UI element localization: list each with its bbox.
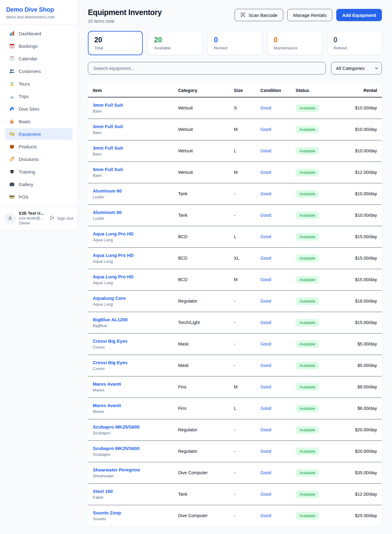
item-name-link[interactable]: Mares Avanti xyxy=(93,381,168,387)
stat-label: Total xyxy=(94,46,136,50)
item-category: Mask xyxy=(173,355,229,376)
sidebar-item-trips[interactable]: Trips xyxy=(5,90,73,102)
item-name-link[interactable]: Cressi Big Eyes xyxy=(93,360,168,365)
item-name-link[interactable]: Aluminum 80 xyxy=(93,210,168,215)
item-size: M xyxy=(229,376,255,398)
table-row: 3mm Full SuitBareWetsuitLGoodAvailable$1… xyxy=(88,140,382,162)
table-row: Cressi Big EyesCressiMask-GoodAvailable$… xyxy=(88,333,382,355)
status-badge: Available xyxy=(296,362,319,369)
status-badge: Available xyxy=(296,212,319,219)
item-condition-link[interactable]: Good xyxy=(260,277,271,282)
item-name-link[interactable]: Aqualung Core xyxy=(93,296,168,301)
status-badge: Available xyxy=(296,319,319,326)
sidebar-item-dive-sites[interactable]: Dive Sites xyxy=(5,103,73,115)
item-rental-price: $15.00/day xyxy=(335,269,382,290)
item-condition-link[interactable]: Good xyxy=(260,470,271,475)
stat-card-maintenance[interactable]: 0Maintenance xyxy=(267,31,322,55)
item-name-link[interactable]: Aluminum 80 xyxy=(93,188,168,193)
item-name-link[interactable]: Mares Avanti xyxy=(93,403,168,408)
item-condition-link[interactable]: Good xyxy=(260,513,271,518)
item-condition-link[interactable]: Good xyxy=(260,320,271,325)
item-category: Wetsuit xyxy=(173,162,229,183)
item-size: - xyxy=(229,355,255,376)
sidebar-item-training[interactable]: Training xyxy=(5,166,73,177)
item-condition-link[interactable]: Good xyxy=(260,105,271,110)
item-condition-link[interactable]: Good xyxy=(260,191,271,196)
sidebar-item-discounts[interactable]: Discounts xyxy=(5,153,73,165)
item-name-link[interactable]: Steel 100 xyxy=(93,489,168,494)
item-brand: Aqua Lung xyxy=(93,280,168,285)
stat-card-available[interactable]: 20Available xyxy=(148,31,202,55)
item-name-link[interactable]: Scubapro MK25/S600 xyxy=(93,424,168,429)
item-name-link[interactable]: BigBlue AL1200 xyxy=(93,317,168,322)
stat-card-retired[interactable]: 0Retired xyxy=(327,31,382,55)
item-rental-price: $10.00/day xyxy=(335,97,382,119)
item-rental-price: $10.00/day xyxy=(335,140,382,162)
sidebar-item-dashboard[interactable]: Dashboard xyxy=(5,28,73,39)
item-rental-price: $8.00/day xyxy=(335,376,382,398)
item-condition-link[interactable]: Good xyxy=(260,427,271,432)
item-name-link[interactable]: Cressi Big Eyes xyxy=(93,338,168,344)
sidebar-item-gallery[interactable]: Gallery xyxy=(5,178,73,190)
table-row: Aqua Lung Pro HDAqua LungBCDXLGoodAvaila… xyxy=(88,247,382,269)
stat-card-rented[interactable]: 0Rented xyxy=(207,31,262,55)
item-condition-link[interactable]: Good xyxy=(260,363,271,368)
sidebar-item-equipment[interactable]: Equipment xyxy=(5,128,73,140)
table-row: Shearwater PeregrineShearwaterDive Compu… xyxy=(88,462,382,483)
item-condition-link[interactable]: Good xyxy=(260,256,271,261)
manage-rentals-button[interactable]: Manage Rentals xyxy=(287,9,332,21)
scan-barcode-button[interactable]: Scan Barcode xyxy=(235,9,283,21)
add-equipment-button[interactable]: Add Equipment xyxy=(336,9,382,21)
sidebar-item-products[interactable]: Products xyxy=(5,141,73,152)
sidebar-item-customers[interactable]: Customers xyxy=(5,65,73,77)
status-badge: Available xyxy=(296,169,319,176)
column-header-rental: Rental xyxy=(335,83,382,97)
category-select[interactable]: All Categories xyxy=(331,62,382,74)
stat-card-total[interactable]: 20Total xyxy=(88,31,143,55)
item-size: - xyxy=(229,183,255,204)
item-name-link[interactable]: 3mm Full Suit xyxy=(93,124,168,129)
item-condition-link[interactable]: Good xyxy=(260,170,271,175)
item-name-link[interactable]: Suunto Zoop xyxy=(93,510,168,515)
stat-value: 0 xyxy=(274,36,316,44)
item-name-link[interactable]: Aqua Lung Pro HD xyxy=(93,231,168,236)
sidebar-item-boats[interactable]: Boats xyxy=(5,116,73,127)
page-title: Equipment Inventory xyxy=(88,8,162,17)
item-name-link[interactable]: Shearwater Peregrine xyxy=(93,467,168,472)
item-condition-link[interactable]: Good xyxy=(260,406,271,411)
item-condition-link[interactable]: Good xyxy=(260,127,271,132)
item-rental-price: $20.00/day xyxy=(335,419,382,441)
sidebar-item-calendar[interactable]: Calendar xyxy=(5,53,73,64)
item-size: L xyxy=(229,398,255,419)
item-condition-link[interactable]: Good xyxy=(260,341,271,346)
item-condition-link[interactable]: Good xyxy=(260,213,271,218)
item-name-link[interactable]: Aqua Lung Pro HD xyxy=(93,274,168,279)
item-rental-price: $35.00/day xyxy=(335,462,382,483)
item-condition-link[interactable]: Good xyxy=(260,492,271,497)
item-rental-price: $5.00/day xyxy=(335,355,382,376)
item-category: Regulator xyxy=(173,290,229,312)
item-condition-link[interactable]: Good xyxy=(260,148,271,153)
stat-value: 0 xyxy=(214,36,256,44)
brand-domain: demo.test.divestreams.com xyxy=(6,15,71,19)
item-condition-link[interactable]: Good xyxy=(260,449,271,454)
item-name-link[interactable]: 5mm Full Suit xyxy=(93,167,168,172)
sidebar-item-bookings[interactable]: 17Bookings xyxy=(5,40,73,52)
stat-value: 20 xyxy=(94,36,136,44)
sidebar-item-tours[interactable]: Tours xyxy=(5,78,73,90)
sidebar-item-label: Calendar xyxy=(19,56,37,61)
column-header-size: Size xyxy=(229,83,255,97)
item-name-link[interactable]: 3mm Full Suit xyxy=(93,102,168,108)
search-input[interactable] xyxy=(88,62,326,74)
item-condition-link[interactable]: Good xyxy=(260,234,271,239)
item-name-link[interactable]: Scubapro MK25/S600 xyxy=(93,446,168,451)
column-header-condition: Condition xyxy=(255,83,291,97)
item-name-link[interactable]: 3mm Full Suit xyxy=(93,145,168,151)
item-name-link[interactable]: Aqua Lung Pro HD xyxy=(93,253,168,258)
user-role: Owner xyxy=(19,221,44,226)
sidebar-item-pos[interactable]: POS xyxy=(5,191,73,203)
item-condition-link[interactable]: Good xyxy=(260,384,271,389)
status-badge: Available xyxy=(296,340,319,348)
item-condition-link[interactable]: Good xyxy=(260,299,271,303)
sign-out-button[interactable]: Sign Out xyxy=(50,216,73,221)
